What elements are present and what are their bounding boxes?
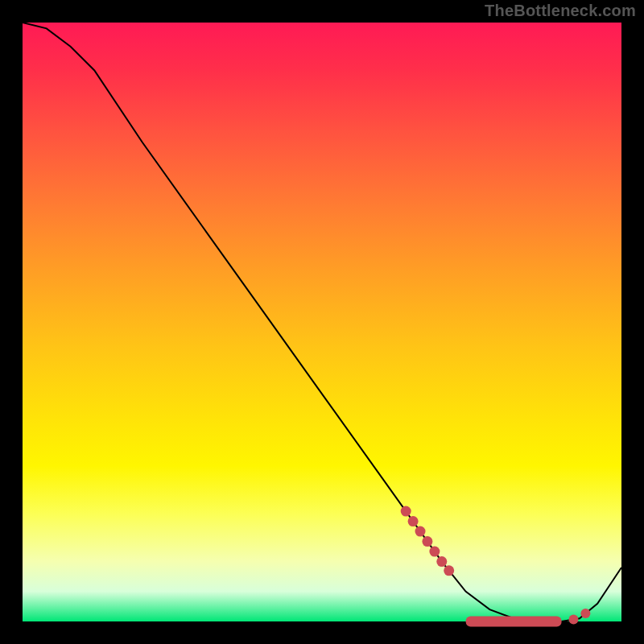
chart-frame: TheBottleneck.com	[0, 0, 644, 644]
marker-dot	[444, 565, 454, 576]
marker-dot	[401, 506, 411, 517]
marker-dot	[422, 536, 432, 547]
marker-dots-right	[569, 609, 591, 624]
marker-dot	[408, 516, 419, 526]
plot-area	[23, 23, 621, 621]
bottleneck-curve	[23, 23, 621, 621]
marker-dot	[436, 556, 447, 567]
watermark-text: TheBottleneck.com	[485, 2, 636, 20]
curve-svg	[23, 23, 621, 621]
marker-dot	[580, 609, 590, 618]
marker-dot	[569, 615, 579, 625]
marker-pill-bottom	[466, 617, 562, 627]
marker-dot	[415, 526, 426, 537]
marker-dot	[429, 547, 440, 557]
